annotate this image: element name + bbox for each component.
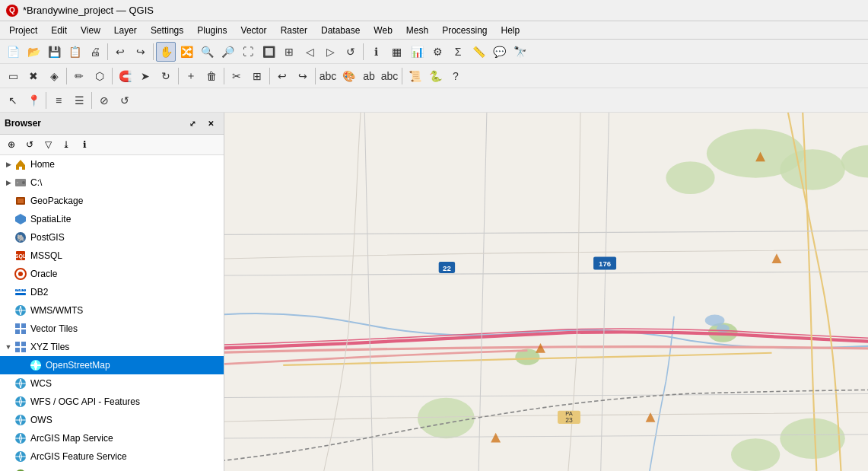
browser-tree-item-ows[interactable]: OWS — [0, 411, 224, 429]
zoom-next-button[interactable]: ▷ — [320, 42, 340, 62]
svg-text:23: 23 — [565, 416, 573, 424]
app-icon: Q — [6, 5, 18, 17]
label2-button[interactable]: ab — [359, 66, 379, 86]
settings2-button[interactable]: ⚙ — [428, 42, 447, 62]
add-feature-button[interactable]: ＋ — [181, 66, 201, 86]
menu-item-web[interactable]: Web — [367, 24, 398, 37]
browser-tree-item-db2[interactable]: DB2DB2 — [0, 283, 224, 301]
ruler-button[interactable]: 📏 — [469, 42, 488, 62]
map-area[interactable]: 176 176 PATP 113 PA 312 PA 23 PA 100 22 — [224, 113, 868, 471]
undo2-button[interactable]: ↩ — [272, 66, 292, 86]
select-tool-button[interactable]: ↖ — [3, 91, 23, 110]
browser-tree-item-c-drive[interactable]: ▶C:\ — [0, 173, 224, 192]
collapse-button[interactable]: ⤓ — [58, 136, 75, 153]
browser-tree[interactable]: ▶Home▶C:\GeoPackageSpatiaLite🐘PostGISSQL… — [0, 155, 224, 471]
zoom-full-button[interactable]: ⛶ — [238, 42, 258, 62]
zoom-factor-button[interactable]: 🔭 — [510, 42, 529, 62]
browser-resize-btn[interactable]: ⤢ — [184, 115, 201, 132]
python-button[interactable]: 🐍 — [425, 66, 445, 86]
tree-item-label: WCS — [30, 378, 52, 389]
browser-tree-item-openstreetmap[interactable]: OpenStreetMap — [0, 356, 224, 374]
deselect-button[interactable]: ✖ — [24, 66, 43, 86]
menu-item-processing[interactable]: Processing — [436, 24, 493, 37]
script-button[interactable]: 📜 — [405, 66, 424, 86]
menu-item-help[interactable]: Help — [495, 24, 526, 37]
browser-tree-item-mssql[interactable]: SQLMSSQL — [0, 247, 224, 265]
browser-tree-item-wcs[interactable]: WCS — [0, 374, 224, 393]
zoom-in-button[interactable]: 🔍 — [197, 42, 217, 62]
refresh-browser-button[interactable]: ↺ — [21, 136, 38, 153]
menu-item-view[interactable]: View — [75, 24, 107, 37]
layers-button[interactable]: ☰ — [69, 91, 89, 110]
info-button[interactable]: ℹ — [76, 136, 93, 153]
browser-tree-item-wms-wmts[interactable]: WMS/WMTS — [0, 301, 224, 320]
browser-tree-item-vector-tiles[interactable]: Vector Tiles — [0, 320, 224, 338]
menu-item-layer[interactable]: Layer — [108, 24, 143, 37]
pan-button[interactable]: ✋ — [156, 42, 176, 62]
menu-item-mesh[interactable]: Mesh — [400, 24, 434, 37]
zoom-last-button[interactable]: ◁ — [300, 42, 320, 62]
menu-item-edit[interactable]: Edit — [45, 24, 73, 37]
select-rect-button[interactable]: ▭ — [3, 66, 23, 86]
browser-panel-header: Browser ⤢ ✕ — [0, 113, 224, 135]
attribute-table-button[interactable]: ▦ — [386, 42, 406, 62]
filter-browser-button[interactable]: ▽ — [40, 136, 56, 153]
svg-point-44 — [780, 418, 845, 459]
browser-tree-item-oracle[interactable]: Oracle — [0, 265, 224, 283]
label3-button[interactable]: abc — [380, 66, 399, 86]
svg-text:SQL: SQL — [15, 253, 27, 259]
browser-tree-item-wfs-ogc[interactable]: WFS / OGC API - Features — [0, 393, 224, 411]
browser-tree-item-geopackage[interactable]: GeoPackage — [0, 192, 224, 210]
browser-tree-item-home[interactable]: ▶Home — [0, 155, 224, 173]
help2-button[interactable]: ? — [446, 66, 466, 86]
move-feature-button[interactable]: ➤ — [135, 66, 155, 86]
print-button[interactable]: 🖨 — [85, 42, 105, 62]
browser-close-btn[interactable]: ✕ — [202, 115, 219, 132]
save-as-button[interactable]: 📋 — [65, 42, 84, 62]
redo2-button[interactable]: ↪ — [293, 66, 313, 86]
identify-button[interactable]: ℹ — [366, 42, 386, 62]
zoom-out-button[interactable]: 🔎 — [218, 42, 237, 62]
location-button[interactable]: 📍 — [24, 91, 43, 110]
color-tool-button[interactable]: 🎨 — [339, 66, 358, 86]
browser-tree-item-arcgis-feature[interactable]: ArcGIS Feature Service — [0, 447, 224, 466]
redo-button[interactable]: ↪ — [131, 42, 151, 62]
snap-button[interactable]: 🧲 — [115, 66, 135, 86]
menu-item-vector[interactable]: Vector — [235, 24, 273, 37]
save-project-button[interactable]: 💾 — [44, 42, 64, 62]
browser-tree-item-spatialite[interactable]: SpatiaLite — [0, 210, 224, 228]
undo-button[interactable]: ↩ — [110, 42, 130, 62]
menu-item-database[interactable]: Database — [315, 24, 366, 37]
menu-item-raster[interactable]: Raster — [275, 24, 313, 37]
browser-tree-item-postgis[interactable]: 🐘PostGIS — [0, 228, 224, 247]
delete-feature-button[interactable]: 🗑 — [202, 66, 221, 86]
pan-map-button[interactable]: 🔀 — [176, 42, 196, 62]
annotation-button[interactable]: 💬 — [489, 42, 509, 62]
zoom-layer-button[interactable]: ⊞ — [279, 42, 299, 62]
menu-item-plugins[interactable]: Plugins — [191, 24, 233, 37]
tree-item-label: WMS/WMTS — [30, 305, 83, 316]
add-resource-button[interactable]: ⊕ — [3, 136, 20, 153]
stat-button[interactable]: 📊 — [407, 42, 427, 62]
sum-button[interactable]: Σ — [448, 42, 468, 62]
split-button[interactable]: ✂ — [227, 66, 246, 86]
refresh2-button[interactable]: ↺ — [115, 91, 135, 110]
new-project-button[interactable]: 📄 — [3, 42, 23, 62]
refresh-button[interactable]: ↺ — [341, 42, 361, 62]
browser-tree-item-geonode[interactable]: GeoNode — [0, 466, 224, 471]
select-layer-button[interactable]: ◈ — [44, 66, 64, 86]
open-project-button[interactable]: 📂 — [24, 42, 43, 62]
rotate-button[interactable]: ↻ — [156, 66, 176, 86]
browser-tree-item-arcgis-map[interactable]: ArcGIS Map Service — [0, 429, 224, 447]
digitize-button[interactable]: ✏ — [69, 66, 89, 86]
layer-order-button[interactable]: ≡ — [49, 91, 68, 110]
merge-button[interactable]: ⊞ — [247, 66, 267, 86]
label-tool-button[interactable]: abc — [318, 66, 338, 86]
filter-layer-button[interactable]: ⊘ — [94, 91, 114, 110]
node-tool-button[interactable]: ⬡ — [90, 66, 110, 86]
toolbar-separator — [224, 68, 224, 84]
menu-item-settings[interactable]: Settings — [145, 24, 189, 37]
browser-tree-item-xyz-tiles[interactable]: ▼XYZ Tiles — [0, 338, 224, 356]
zoom-selection-button[interactable]: 🔲 — [259, 42, 278, 62]
menu-item-project[interactable]: Project — [3, 24, 43, 37]
